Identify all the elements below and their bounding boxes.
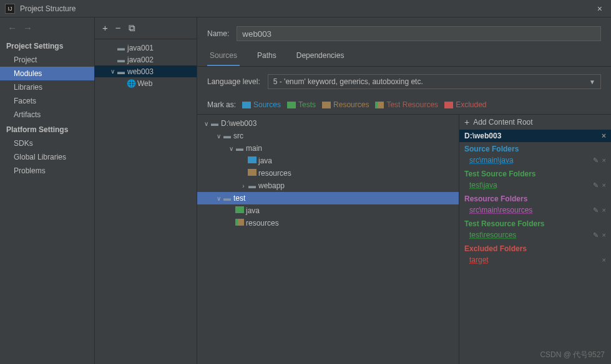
chevron-icon[interactable]: › xyxy=(240,183,247,189)
remove-icon[interactable]: × xyxy=(602,181,606,189)
mark-label: Excluded xyxy=(456,100,486,109)
folder-path-row: test\resources✎× xyxy=(459,229,611,242)
remove-icon[interactable]: × xyxy=(602,156,606,165)
tab-sources[interactable]: Sources xyxy=(207,47,240,66)
remove-content-root-icon[interactable]: × xyxy=(602,132,606,140)
folder-path-link[interactable]: src\main\resources xyxy=(469,206,532,214)
dir-tree-item[interactable]: java xyxy=(197,155,459,167)
module-label: web003 xyxy=(127,67,154,76)
nav-item-facets[interactable]: Facets xyxy=(0,94,94,108)
edit-icon[interactable]: ✎ xyxy=(593,181,599,189)
chevron-down-icon: ▼ xyxy=(589,79,595,85)
dir-label: src xyxy=(233,132,243,140)
folder-icon: ▬ xyxy=(247,181,257,190)
plus-icon: + xyxy=(464,117,469,127)
sources-folder-icon xyxy=(242,102,251,108)
mark-tests-button[interactable]: Tests xyxy=(287,100,316,109)
dir-tree-item[interactable]: java xyxy=(197,204,459,217)
mark-label: Sources xyxy=(253,100,281,109)
folder-icon: ▬ xyxy=(210,119,220,128)
folder-path-link[interactable]: target xyxy=(469,256,489,264)
dir-tree-item[interactable]: ∨▬D:\web003 xyxy=(197,117,459,130)
nav-item-artifacts[interactable]: Artifacts xyxy=(0,108,94,122)
tab-dependencies[interactable]: Dependencies xyxy=(294,47,347,66)
chevron-icon[interactable]: ∨ xyxy=(215,133,222,140)
dir-tree-item[interactable]: ›▬webapp xyxy=(197,180,459,192)
web-icon: 🌐 xyxy=(126,79,136,88)
folder-path-link[interactable]: test\resources xyxy=(469,231,516,239)
remove-module-icon[interactable]: − xyxy=(115,22,121,34)
nav-forward-icon[interactable]: → xyxy=(23,22,32,33)
folder-section-title: Test Resource Folders xyxy=(459,217,611,229)
add-content-root-button[interactable]: + Add Content Root xyxy=(459,115,611,130)
mark-resources-button[interactable]: Resources xyxy=(322,100,369,109)
content-root-path: D:\web003 xyxy=(464,132,501,140)
folder-section-title: Source Folders xyxy=(459,142,611,155)
nav-item-sdks[interactable]: SDKs xyxy=(0,136,94,150)
nav-section-title: Platform Settings xyxy=(0,122,94,136)
folder-path-link[interactable]: test\java xyxy=(469,181,497,189)
folder-icon: ▬ xyxy=(222,132,232,140)
chevron-icon[interactable]: ∨ xyxy=(227,145,235,152)
folders-panel: + Add Content Root D:\web003 × Source Fo… xyxy=(459,115,611,364)
remove-icon[interactable]: × xyxy=(602,256,606,264)
module-label: java002 xyxy=(127,55,154,64)
dir-label: java xyxy=(258,156,272,165)
name-label: Name: xyxy=(207,29,229,38)
folder-path-row: src\main\java✎× xyxy=(459,155,611,167)
folder-icon xyxy=(235,206,245,215)
edit-icon[interactable]: ✎ xyxy=(593,231,599,239)
dir-tree-item[interactable]: ∨▬src xyxy=(197,130,459,142)
module-tree-item[interactable]: ∨▬web003 xyxy=(95,65,197,77)
folder-icon xyxy=(247,156,257,165)
nav-item-libraries[interactable]: Libraries xyxy=(0,80,94,94)
excluded-folder-icon xyxy=(444,102,453,108)
folder-icon: ▬ xyxy=(116,67,126,76)
nav-item-modules[interactable]: Modules xyxy=(0,67,94,80)
folder-section-title: Excluded Folders xyxy=(459,242,611,254)
module-tree-item[interactable]: ▬java001 xyxy=(95,42,197,54)
module-name-input[interactable] xyxy=(237,26,601,41)
nav-item-problems[interactable]: Problems xyxy=(0,164,94,178)
remove-icon[interactable]: × xyxy=(602,206,606,214)
edit-icon[interactable]: ✎ xyxy=(593,156,599,165)
chevron-icon[interactable]: ∨ xyxy=(215,195,222,202)
chevron-icon[interactable]: ∨ xyxy=(109,68,116,75)
folder-icon: ▬ xyxy=(235,144,245,153)
copy-module-icon[interactable]: ⧉ xyxy=(129,22,135,34)
close-icon[interactable]: × xyxy=(594,4,606,14)
language-level-select[interactable]: 5 - 'enum' keyword, generics, autoboxing… xyxy=(268,74,601,89)
folder-section-title: Resource Folders xyxy=(459,192,611,204)
dir-label: resources xyxy=(246,219,279,228)
dir-tree-item[interactable]: resources xyxy=(197,217,459,229)
module-tree-item[interactable]: 🌐Web xyxy=(95,77,197,89)
dir-label: test xyxy=(233,194,245,203)
mark-sources-button[interactable]: Sources xyxy=(242,100,281,109)
language-level-value: 5 - 'enum' keyword, generics, autoboxing… xyxy=(273,77,423,86)
chevron-icon[interactable]: ∨ xyxy=(202,120,210,127)
content-root-row[interactable]: D:\web003 × xyxy=(459,130,611,142)
folder-icon: ▬ xyxy=(116,55,126,64)
dir-label: main xyxy=(246,144,262,153)
tab-paths[interactable]: Paths xyxy=(255,47,279,66)
dir-tree-item[interactable]: ∨▬test xyxy=(197,192,459,204)
add-module-icon[interactable]: + xyxy=(102,22,108,34)
nav-item-global-libraries[interactable]: Global Libraries xyxy=(0,150,94,164)
folder-path-row: target× xyxy=(459,254,611,267)
detail-panel: Name: SourcesPathsDependencies Language … xyxy=(197,17,611,364)
folder-icon: ▬ xyxy=(116,44,126,52)
mark-as-label: Mark as: xyxy=(207,100,236,109)
nav-section-title: Project Settings xyxy=(0,38,94,53)
dir-tree-item[interactable]: ∨▬main xyxy=(197,142,459,155)
mark-excluded-button[interactable]: Excluded xyxy=(444,100,486,109)
nav-item-project[interactable]: Project xyxy=(0,53,94,67)
module-tree-item[interactable]: ▬java002 xyxy=(95,54,197,65)
folder-path-row: src\main\resources✎× xyxy=(459,204,611,217)
remove-icon[interactable]: × xyxy=(602,231,606,239)
left-nav: ← → Project SettingsProjectModulesLibrar… xyxy=(0,17,95,364)
mark-testresources-button[interactable]: Test Resources xyxy=(375,100,438,109)
folder-path-link[interactable]: src\main\java xyxy=(469,156,514,165)
edit-icon[interactable]: ✎ xyxy=(593,206,599,214)
dir-tree-item[interactable]: resources xyxy=(197,167,459,180)
nav-back-icon[interactable]: ← xyxy=(7,22,17,33)
